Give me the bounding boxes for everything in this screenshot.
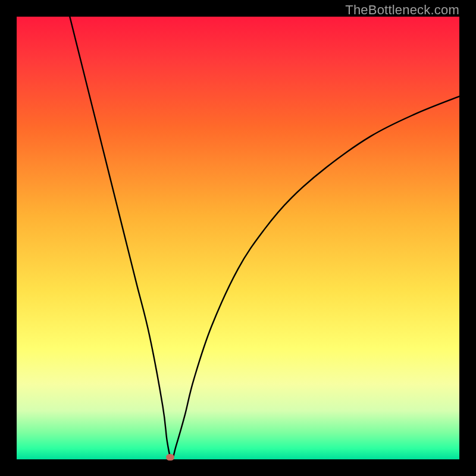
bottleneck-curve — [17, 17, 459, 459]
chart-frame: TheBottleneck.com — [0, 0, 476, 476]
plot-area — [17, 17, 459, 459]
bottleneck-marker — [166, 454, 174, 461]
watermark-label: TheBottleneck.com — [345, 2, 459, 18]
